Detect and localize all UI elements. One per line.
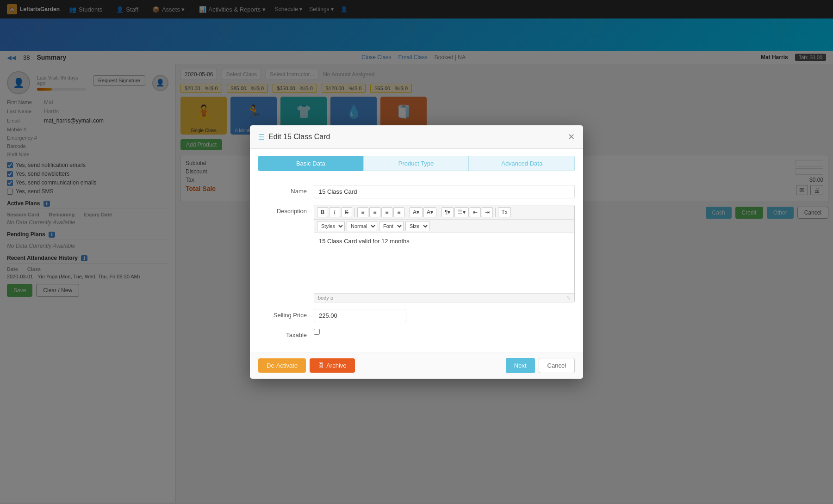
archive-button[interactable]: 🗄 Archive: [310, 358, 354, 373]
rte-normal-select[interactable]: Normal: [347, 221, 377, 231]
rte-font-color[interactable]: A▾: [410, 207, 423, 217]
rte-bold[interactable]: B: [317, 207, 328, 217]
rte-divider4: [495, 208, 496, 217]
deactivate-button[interactable]: De-Activate: [258, 358, 306, 373]
edit-class-card-modal: ☰ Edit 15 Class Card ✕ Basic Data Produc…: [250, 125, 583, 379]
rte-italic[interactable]: I: [329, 207, 340, 217]
selling-price-label: Selling Price: [258, 309, 314, 319]
taxable-form-row: Taxable: [258, 329, 575, 338]
footer-right-buttons: Next Cancel: [506, 358, 575, 373]
rte-indent[interactable]: ⇥: [482, 207, 493, 217]
name-input[interactable]: [314, 185, 575, 198]
selling-price-form-row: Selling Price: [258, 309, 575, 322]
rte-bg-color[interactable]: A▾: [423, 207, 436, 217]
rte-list-ul[interactable]: ☰▾: [454, 207, 469, 217]
modal-footer: De-Activate 🗄 Archive Next Cancel: [250, 352, 583, 379]
archive-icon: 🗄: [318, 362, 324, 369]
wizard-tabs: Basic Data Product Type Advanced Data: [250, 149, 583, 178]
rte-footer: body p ⤡: [314, 293, 574, 302]
rich-text-editor: B I S ≡ ≡ ≡ ≡ A▾ A▾ ¶▾: [314, 205, 575, 302]
rte-toolbar-row1: B I S ≡ ≡ ≡ ≡ A▾ A▾ ¶▾: [314, 205, 574, 220]
description-form-row: Description B I S ≡ ≡ ≡ ≡: [258, 205, 575, 302]
selling-price-input[interactable]: [314, 309, 406, 322]
name-label: Name: [258, 185, 314, 195]
tab-basic-data[interactable]: Basic Data: [258, 156, 363, 171]
name-form-row: Name: [258, 185, 575, 198]
modal-overlay: ☰ Edit 15 Class Card ✕ Basic Data Produc…: [0, 0, 833, 504]
modal-header: ☰ Edit 15 Class Card ✕: [250, 125, 583, 149]
rte-font-select[interactable]: Font: [379, 221, 404, 231]
tab-product-type[interactable]: Product Type: [363, 156, 469, 171]
rte-size-select[interactable]: Size: [405, 221, 429, 231]
rte-paragraph[interactable]: ¶▾: [441, 207, 454, 217]
modal-title: ☰ Edit 15 Class Card: [258, 133, 330, 141]
rte-outdent[interactable]: ⇤: [470, 207, 481, 217]
rte-content-area[interactable]: 15 Class Card valid for 12 months: [314, 233, 574, 293]
rte-align-left[interactable]: ≡: [357, 207, 368, 217]
modal-title-icon: ☰: [258, 133, 265, 141]
rte-align-justify[interactable]: ≡: [393, 207, 404, 217]
description-label: Description: [258, 205, 314, 215]
next-button[interactable]: Next: [506, 358, 535, 373]
rte-divider2: [407, 208, 407, 217]
rte-align-right[interactable]: ≡: [381, 207, 392, 217]
background-page: 🏠 LeftartsGarden 👥 Students 👤 Staff 📦 As…: [0, 0, 833, 504]
cancel-button[interactable]: Cancel: [539, 358, 575, 373]
modal-body: Name Description B I S ≡ ≡: [250, 178, 583, 352]
taxable-checkbox[interactable]: [314, 329, 320, 335]
rte-divider3: [439, 208, 439, 217]
taxable-label: Taxable: [258, 329, 314, 338]
tab-advanced-data[interactable]: Advanced Data: [469, 156, 575, 171]
rte-styles-select[interactable]: Styles: [317, 221, 345, 231]
rte-align-center[interactable]: ≡: [369, 207, 380, 217]
modal-close-button[interactable]: ✕: [568, 132, 575, 142]
rte-resize-handle: ⤡: [566, 295, 571, 301]
rte-strikethrough[interactable]: S: [341, 207, 352, 217]
rte-clear-format[interactable]: Tx: [498, 207, 510, 217]
footer-left-buttons: De-Activate 🗄 Archive: [258, 358, 355, 373]
rte-divider1: [354, 208, 355, 217]
rte-toolbar-row2: Styles Normal Font Size: [314, 220, 574, 233]
